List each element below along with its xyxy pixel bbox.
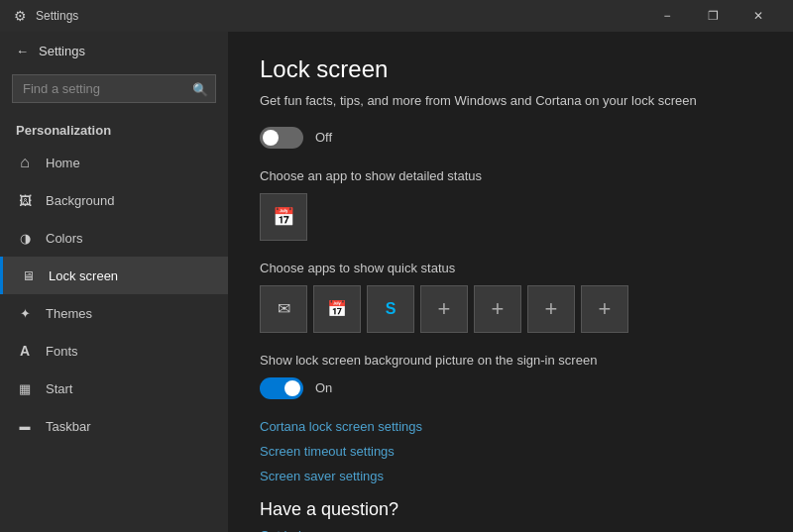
- app-icon: ⚙: [12, 8, 28, 24]
- content-area: Lock screen Get fun facts, tips, and mor…: [228, 32, 793, 532]
- detailed-status-label: Choose an app to show detailed status: [260, 168, 761, 183]
- cortana-toggle[interactable]: [260, 127, 303, 149]
- taskbar-icon: ▬: [16, 417, 34, 435]
- cortana-toggle-label: Off: [315, 130, 332, 145]
- home-icon: ⌂: [16, 154, 34, 171]
- sign-in-label: Show lock screen background picture on t…: [260, 353, 761, 368]
- quick-status-mail-btn[interactable]: ✉: [260, 285, 307, 333]
- settings-label: Settings: [39, 44, 85, 58]
- sidebar-item-taskbar-label: Taskbar: [46, 419, 91, 434]
- saver-link[interactable]: Screen saver settings: [260, 469, 761, 483]
- themes-icon: ✦: [16, 304, 34, 322]
- quick-status-add-btn-4[interactable]: +: [581, 285, 628, 333]
- sidebar-item-colors-label: Colors: [46, 231, 83, 246]
- titlebar: ⚙ Settings − ❐ ✕: [0, 0, 793, 32]
- sidebar-item-home-label: Home: [46, 156, 80, 170]
- search-container: 🔍: [12, 74, 216, 103]
- sidebar-item-themes[interactable]: ✦ Themes: [0, 294, 228, 332]
- start-icon: ▦: [16, 379, 34, 397]
- sidebar-item-lock-screen[interactable]: 🖥 Lock screen: [0, 257, 228, 294]
- sidebar-item-start[interactable]: ▦ Start: [0, 370, 228, 407]
- sign-in-toggle-thumb: [284, 380, 300, 396]
- detailed-status-calendar-btn[interactable]: 📅: [260, 193, 307, 241]
- quick-status-add-btn-1[interactable]: +: [420, 285, 468, 333]
- sidebar: ← Settings 🔍 Personalization ⌂ Home 🖼 Ba…: [0, 32, 228, 532]
- colors-icon: ◑: [16, 229, 34, 247]
- sidebar-item-fonts[interactable]: A Fonts: [0, 332, 228, 370]
- background-icon: 🖼: [16, 191, 34, 209]
- minimize-button[interactable]: −: [644, 0, 690, 32]
- page-title: Lock screen: [260, 55, 761, 83]
- maximize-button[interactable]: ❐: [690, 0, 736, 32]
- window-controls: − ❐ ✕: [644, 0, 781, 32]
- cortana-toggle-row: Off: [260, 127, 761, 149]
- window-title: Settings: [36, 9, 644, 23]
- sidebar-item-background-label: Background: [46, 193, 114, 208]
- lock-screen-icon: 🖥: [19, 266, 37, 284]
- sign-in-toggle[interactable]: [260, 377, 303, 399]
- toggle-thumb: [263, 130, 279, 146]
- timeout-link[interactable]: Screen timeout settings: [260, 444, 761, 459]
- back-icon: ←: [16, 44, 29, 58]
- search-input[interactable]: [12, 74, 216, 103]
- sidebar-item-background[interactable]: 🖼 Background: [0, 181, 228, 219]
- quick-status-add-btn-3[interactable]: +: [527, 285, 575, 333]
- sidebar-item-start-label: Start: [46, 381, 72, 396]
- sidebar-item-fonts-label: Fonts: [46, 344, 78, 359]
- quick-status-add-btn-2[interactable]: +: [474, 285, 521, 333]
- get-help-link[interactable]: Get help: [260, 528, 761, 533]
- sidebar-item-home[interactable]: ⌂ Home: [0, 144, 228, 181]
- back-button[interactable]: ← Settings: [0, 36, 228, 66]
- quick-status-skype-btn[interactable]: S: [367, 285, 414, 333]
- quick-status-label: Choose apps to show quick status: [260, 261, 761, 275]
- search-icon: 🔍: [192, 81, 208, 96]
- sign-in-toggle-row: On: [260, 377, 761, 399]
- cortana-link[interactable]: Cortana lock screen settings: [260, 419, 761, 434]
- sidebar-section-label: Personalization: [0, 111, 228, 144]
- fonts-icon: A: [16, 342, 34, 360]
- sidebar-item-colors[interactable]: ◑ Colors: [0, 219, 228, 257]
- close-button[interactable]: ✕: [736, 0, 781, 32]
- sidebar-item-taskbar[interactable]: ▬ Taskbar: [0, 407, 228, 445]
- quick-status-icons: ✉ 📅 S + + + +: [260, 285, 761, 333]
- question-header: Have a question?: [260, 499, 761, 520]
- quick-status-calendar-btn[interactable]: 📅: [313, 285, 361, 333]
- detailed-status-icons: 📅: [260, 193, 761, 241]
- page-description: Get fun facts, tips, and more from Windo…: [260, 91, 736, 111]
- sign-in-toggle-label: On: [315, 380, 332, 395]
- sidebar-item-themes-label: Themes: [46, 306, 92, 321]
- sidebar-item-lock-screen-label: Lock screen: [49, 268, 118, 283]
